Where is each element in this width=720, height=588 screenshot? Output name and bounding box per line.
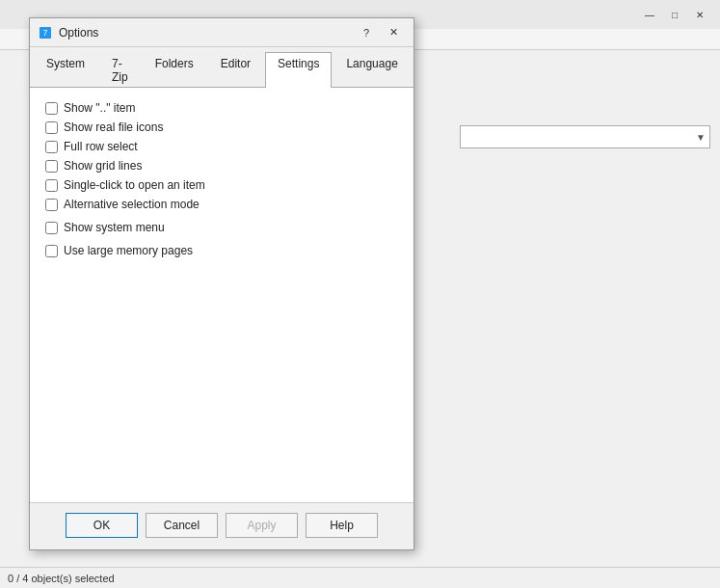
label-large-pages[interactable]: Use large memory pages: [64, 244, 193, 257]
checkbox-row-grid-lines: Show grid lines: [45, 159, 398, 173]
checkbox-large-pages[interactable]: [45, 245, 58, 257]
svg-text:7: 7: [42, 28, 47, 38]
statusbar-text: 0 / 4 object(s) selected: [8, 573, 115, 584]
options-dialog: 7 Options ? ✕ System 7-Zip Folders Edito…: [29, 17, 414, 550]
checkbox-full-row[interactable]: [45, 141, 58, 153]
label-show-item[interactable]: Show ".." item: [64, 101, 136, 115]
bg-close-btn[interactable]: ✕: [687, 4, 712, 25]
checkbox-grid-lines[interactable]: [45, 160, 58, 173]
checkbox-row-system-menu: Show system menu: [45, 221, 398, 234]
checkbox-alt-selection[interactable]: [45, 199, 58, 211]
label-single-click[interactable]: Single-click to open an item: [64, 178, 205, 192]
statusbar: 0 / 4 object(s) selected: [0, 567, 720, 588]
checkbox-row-show-item: Show ".." item: [45, 101, 398, 115]
checkbox-row-full-row: Full row select: [45, 140, 398, 153]
label-grid-lines[interactable]: Show grid lines: [64, 159, 142, 173]
checkbox-real-icons[interactable]: [45, 121, 58, 134]
dropdown-arrow-icon: ▼: [696, 132, 706, 143]
checkbox-row-single-click: Single-click to open an item: [45, 178, 398, 192]
tab-language[interactable]: Language: [333, 52, 410, 88]
help-button[interactable]: Help: [306, 513, 378, 538]
checkbox-single-click[interactable]: [45, 179, 58, 192]
checkbox-row-large-pages: Use large memory pages: [45, 244, 398, 257]
dialog-title: Options: [59, 26, 354, 40]
label-full-row[interactable]: Full row select: [64, 140, 138, 153]
label-alt-selection[interactable]: Alternative selection mode: [64, 198, 200, 211]
checkbox-row-real-icons: Show real file icons: [45, 120, 398, 134]
tab-7zip[interactable]: 7-Zip: [99, 52, 141, 88]
label-real-icons[interactable]: Show real file icons: [64, 120, 163, 134]
cancel-button[interactable]: Cancel: [146, 513, 218, 538]
bg-dropdown: ▼: [460, 125, 710, 148]
dialog-titlebar: 7 Options ? ✕: [30, 18, 413, 47]
checkbox-show-item[interactable]: [45, 102, 58, 115]
checkbox-system-menu[interactable]: [45, 222, 58, 234]
apply-button: Apply: [226, 513, 298, 538]
dialog-icon: 7: [38, 25, 53, 40]
ok-button[interactable]: OK: [66, 513, 138, 538]
settings-content: Show ".." item Show real file icons Full…: [30, 88, 413, 502]
tab-system[interactable]: System: [34, 52, 97, 88]
checkbox-row-alt-selection: Alternative selection mode: [45, 198, 398, 211]
dialog-close-btn[interactable]: ✕: [381, 22, 406, 43]
bg-minimize-btn[interactable]: —: [637, 4, 662, 25]
label-system-menu[interactable]: Show system menu: [64, 221, 165, 234]
tab-folders[interactable]: Folders: [143, 52, 206, 88]
tab-settings[interactable]: Settings: [265, 52, 332, 88]
bg-maximize-btn[interactable]: □: [662, 4, 687, 25]
tabs-bar: System 7-Zip Folders Editor Settings Lan…: [30, 47, 413, 88]
dialog-help-btn[interactable]: ?: [354, 22, 379, 43]
button-row: OK Cancel Apply Help: [30, 502, 413, 549]
tab-editor[interactable]: Editor: [208, 52, 263, 88]
titlebar-buttons: ? ✕: [354, 22, 406, 43]
